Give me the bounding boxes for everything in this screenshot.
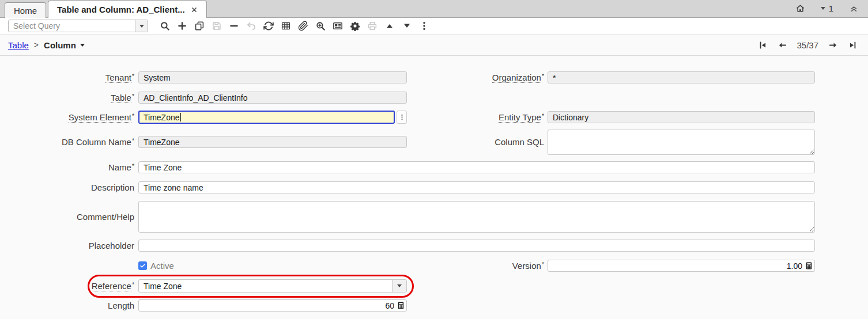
description-input[interactable]: [138, 181, 815, 193]
reference-label[interactable]: Reference*: [0, 279, 134, 293]
delete-record-button[interactable]: [225, 18, 243, 33]
minus-icon: [229, 21, 239, 31]
table-label[interactable]: Table*: [0, 92, 134, 104]
attachment-button[interactable]: [295, 18, 312, 33]
column-form: Tenant* System Organization* * Table* AD…: [0, 56, 868, 319]
previous-record-button[interactable]: [775, 39, 790, 51]
system-element-field[interactable]: TimeZone: [138, 111, 395, 124]
copy-record-button[interactable]: [191, 18, 208, 33]
organization-label[interactable]: Organization*: [409, 71, 544, 83]
tenant-field: System: [138, 71, 407, 83]
info-window-button[interactable]: [329, 18, 346, 33]
toolbar: [0, 18, 868, 35]
breadcrumb-row: Table > Column 35/37: [0, 35, 868, 56]
print-button: [364, 18, 381, 33]
first-record-icon: [758, 40, 768, 50]
db-column-name-label: DB Column Name*: [0, 136, 134, 148]
zoom-across-button[interactable]: [312, 18, 329, 33]
record-navigation: 35/37: [755, 39, 860, 51]
length-input[interactable]: [144, 301, 397, 310]
refresh-icon: [263, 21, 274, 31]
active-checkbox[interactable]: [138, 261, 147, 270]
column-sql-textarea[interactable]: [548, 130, 815, 155]
tab-home[interactable]: Home: [5, 2, 46, 18]
desktop-number: 1: [829, 3, 833, 13]
db-column-name-field: TimeZone: [138, 136, 407, 148]
last-record-button[interactable]: [845, 39, 860, 51]
name-label: Name*: [0, 161, 134, 173]
select-query-dropdown-button[interactable]: [135, 20, 148, 32]
calculator-icon[interactable]: [805, 261, 813, 270]
select-query-input[interactable]: [9, 20, 135, 32]
tab-home-label: Home: [14, 6, 37, 16]
last-record-icon: [848, 40, 858, 50]
expand-down-button[interactable]: [398, 18, 416, 33]
refresh-button[interactable]: [260, 18, 277, 33]
close-icon[interactable]: [191, 6, 198, 13]
collapse-header-icon[interactable]: [849, 3, 859, 13]
table-field: AD_ClientInfo_AD_ClientInfo: [138, 92, 407, 104]
breadcrumb-current-label: Column: [44, 40, 76, 50]
comment-help-label: Comment/Help: [0, 201, 134, 233]
length-field: [138, 299, 407, 312]
entity-type-field: Dictionary: [548, 111, 815, 123]
reference-combobox[interactable]: Time Zone: [138, 279, 407, 293]
desktop-selector[interactable]: 1: [821, 3, 833, 13]
entity-type-label[interactable]: Entity Type*: [409, 111, 544, 123]
kebab-menu-icon: [419, 21, 429, 31]
chevron-down-icon: [397, 284, 402, 287]
arrow-right-icon: [828, 40, 838, 50]
description-label: Description: [0, 181, 134, 193]
column-sql-label: Column SQL: [409, 130, 544, 155]
copy-icon: [194, 21, 205, 31]
grid-toggle-button[interactable]: [277, 18, 295, 33]
reference-value: Time Zone: [139, 280, 392, 292]
breadcrumb-separator: >: [34, 40, 39, 50]
paperclip-icon: [298, 21, 308, 31]
name-input[interactable]: [138, 161, 815, 173]
zoom-in-icon: [315, 21, 326, 31]
save-button: [208, 18, 225, 33]
undo-button: [243, 18, 260, 33]
undo-icon: [246, 21, 256, 31]
system-element-label[interactable]: System Element*: [0, 111, 134, 124]
breadcrumb-parent-link[interactable]: Table: [8, 40, 29, 50]
printer-icon: [367, 21, 378, 31]
check-icon: [139, 263, 146, 269]
more-actions-button[interactable]: [416, 18, 433, 33]
breadcrumb-current[interactable]: Column: [44, 40, 85, 50]
placeholder-input[interactable]: [138, 240, 815, 252]
version-label: Version*: [409, 260, 544, 272]
chevron-down-icon: [139, 25, 144, 28]
organization-field: *: [548, 71, 815, 83]
grid-icon: [281, 21, 291, 31]
next-record-button[interactable]: [825, 39, 840, 51]
calculator-icon[interactable]: [397, 301, 405, 310]
plus-icon: [177, 21, 187, 31]
placeholder-label: Placeholder: [0, 240, 134, 252]
comment-help-textarea[interactable]: [138, 201, 815, 233]
version-input[interactable]: [553, 261, 805, 271]
select-query-combobox: [8, 20, 148, 32]
chevron-down-icon: [80, 44, 85, 47]
length-label: Length: [0, 299, 134, 312]
gear-icon: [350, 21, 360, 31]
search-button[interactable]: [156, 18, 173, 33]
triangle-down-icon: [402, 21, 412, 31]
save-icon: [212, 21, 222, 31]
text-cursor: [180, 113, 181, 121]
settings-button[interactable]: [346, 18, 364, 33]
tenant-label[interactable]: Tenant*: [0, 71, 134, 83]
titlebar-right: 1: [795, 0, 859, 17]
reference-dropdown-button[interactable]: [392, 280, 406, 292]
tab-table-and-column[interactable]: Table and Column: AD_Client...: [48, 1, 207, 18]
search-icon: [160, 21, 170, 31]
collapse-up-button[interactable]: [381, 18, 398, 33]
home-icon[interactable]: [795, 3, 805, 13]
version-field: [548, 260, 815, 272]
new-record-button[interactable]: [173, 18, 191, 33]
system-element-more-button[interactable]: [397, 111, 407, 124]
window-tab-bar: Home Table and Column: AD_Client... 1: [0, 0, 868, 18]
first-record-button[interactable]: [755, 39, 770, 51]
info-window-icon: [333, 21, 343, 31]
